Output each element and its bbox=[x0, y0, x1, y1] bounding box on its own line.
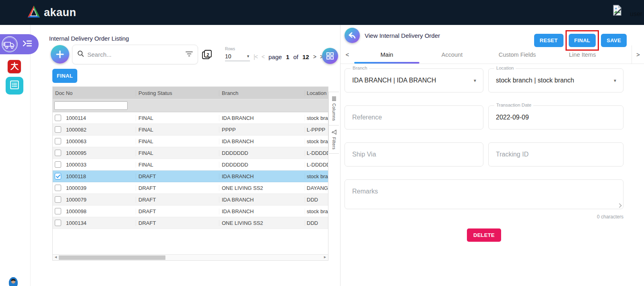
transaction-date-input[interactable] bbox=[489, 106, 623, 129]
table-row[interactable]: 1000098 DRAFT IDA BRANCH stock branch bbox=[53, 206, 328, 217]
sidebar-item-bigledger-app[interactable] bbox=[8, 60, 21, 73]
table-row[interactable]: 1000095 FINAL DDDDDDD L-DDDDDDD bbox=[53, 147, 328, 159]
table-row-selected[interactable]: 1000118 DRAFT IDA BRANCH stock branch bbox=[53, 171, 328, 182]
branch-select[interactable]: Branch IDA BRANCH | IDA BRANCH ▼ bbox=[345, 68, 483, 93]
prev-page-button[interactable]: < bbox=[262, 53, 264, 60]
tab-main[interactable]: Main bbox=[354, 45, 419, 64]
tab-line-items[interactable]: Line Items bbox=[550, 45, 615, 64]
profile-avatar[interactable] bbox=[9, 277, 18, 286]
cell-posting-status: FINAL bbox=[136, 162, 219, 168]
table-row[interactable]: 1000079 DRAFT IDA BRANCH DDD bbox=[53, 194, 328, 206]
cell-location: L-DDDDDDD bbox=[305, 162, 328, 168]
columns-label: Columns bbox=[332, 103, 336, 121]
row-checkbox[interactable] bbox=[55, 220, 61, 226]
add-button[interactable] bbox=[51, 45, 69, 64]
remarks-field-wrap bbox=[345, 179, 623, 209]
duplicate-pages-icon[interactable]: 2 bbox=[201, 49, 213, 62]
table-row[interactable]: 1000033 FINAL DDDDDDD L-DDDDDDD bbox=[53, 159, 328, 171]
collapse-menu-icon[interactable] bbox=[22, 39, 33, 49]
cell-posting-status: FINAL bbox=[136, 150, 219, 156]
table-empty-area bbox=[53, 229, 328, 254]
cell-doc-no: 1000118 bbox=[66, 173, 86, 179]
row-checkbox[interactable] bbox=[55, 126, 61, 133]
cell-location: stock branch bbox=[305, 208, 328, 214]
user-avatar-broken[interactable]: user bbox=[612, 5, 622, 17]
remarks-textarea[interactable] bbox=[345, 180, 623, 209]
delivery-order-table: Doc No Posting Status Branch Location 10… bbox=[52, 86, 328, 261]
caret-down-icon: ▼ bbox=[613, 78, 617, 83]
sidebar-item-delivery[interactable] bbox=[0, 34, 39, 54]
current-page: 1 bbox=[286, 53, 289, 60]
branch-value: IDA BRANCH | IDA BRANCH bbox=[352, 69, 436, 92]
table-row[interactable]: 1000114 FINAL IDA BRANCH stock branch bbox=[53, 112, 328, 124]
user-alt-text: user bbox=[630, 10, 642, 18]
cell-posting-status: DRAFT bbox=[136, 220, 219, 226]
akaun-logo[interactable]: akaun bbox=[27, 5, 76, 20]
columns-tool[interactable]: Columns bbox=[328, 92, 339, 126]
column-header-location[interactable]: Location bbox=[305, 90, 328, 96]
search-input[interactable] bbox=[87, 51, 186, 58]
row-checkbox[interactable] bbox=[55, 138, 61, 144]
row-checkbox[interactable] bbox=[55, 115, 61, 121]
column-header-doc-no[interactable]: Doc No bbox=[53, 90, 136, 96]
filters-tool[interactable]: Filters bbox=[328, 126, 339, 154]
cell-posting-status: DRAFT bbox=[136, 197, 219, 203]
reference-field-wrap bbox=[345, 105, 483, 130]
location-select[interactable]: Location stock branch | stock branch ▼ bbox=[488, 68, 623, 93]
cell-doc-no: 1000063 bbox=[66, 138, 87, 144]
main-tab-form: Branch IDA BRANCH | IDA BRANCH ▼ Locatio… bbox=[345, 68, 623, 242]
tracking-id-input[interactable] bbox=[489, 143, 623, 166]
table-row[interactable]: 1000063 FINAL IDA BRANCH stock branch bbox=[53, 136, 328, 147]
rows-per-page-select[interactable]: 10 ▼ bbox=[225, 51, 250, 61]
scrollbar-thumb[interactable] bbox=[59, 255, 165, 260]
horizontal-scrollbar[interactable]: ◄ ► bbox=[53, 254, 328, 260]
cell-branch: IDA BRANCH bbox=[219, 138, 305, 144]
final-filter-button[interactable]: FINAL bbox=[52, 69, 77, 83]
row-checkbox[interactable] bbox=[55, 196, 61, 203]
first-page-button[interactable]: |< bbox=[254, 53, 258, 60]
cell-doc-no: 1000095 bbox=[66, 150, 87, 156]
cell-doc-no: 1000098 bbox=[66, 208, 87, 214]
doc-no-filter-input[interactable] bbox=[54, 101, 128, 110]
filters-label: Filters bbox=[332, 137, 336, 150]
tabs-scroll-right-icon[interactable]: > bbox=[632, 45, 644, 64]
filter-list-icon[interactable] bbox=[186, 51, 193, 58]
tabs-scroll-left-icon[interactable]: < bbox=[341, 45, 354, 64]
app-root: akaun user bbox=[0, 0, 644, 286]
scroll-left-icon[interactable]: ◄ bbox=[54, 255, 58, 259]
delete-button[interactable]: DELETE bbox=[467, 228, 501, 242]
pagination: |< < page 1 of 12 > >| bbox=[254, 51, 324, 62]
cell-doc-no: 1000039 bbox=[66, 185, 87, 191]
reference-input[interactable] bbox=[345, 106, 483, 129]
detail-title: View Internal Delivery Order bbox=[365, 32, 440, 39]
back-button[interactable] bbox=[345, 28, 360, 43]
next-page-button[interactable]: > bbox=[313, 53, 316, 60]
cell-branch: DDDDDDD bbox=[219, 162, 305, 168]
tab-account[interactable]: Account bbox=[419, 45, 485, 64]
scroll-right-icon[interactable]: ► bbox=[323, 255, 327, 259]
table-header-row: Doc No Posting Status Branch Location bbox=[53, 87, 328, 99]
row-checkbox[interactable] bbox=[55, 161, 61, 168]
cell-branch: IDA BRANCH bbox=[219, 208, 305, 214]
row-checkbox[interactable] bbox=[55, 208, 61, 214]
cell-branch: IDA BRANCH bbox=[219, 197, 305, 203]
row-checkbox[interactable] bbox=[55, 185, 61, 191]
column-header-branch[interactable]: Branch bbox=[219, 90, 305, 96]
ship-via-input[interactable] bbox=[345, 143, 483, 166]
grid-view-button[interactable] bbox=[322, 48, 338, 64]
tab-custom-fields[interactable]: Custom Fields bbox=[485, 45, 550, 64]
table-row[interactable]: 1000039 DRAFT ONE LIVING SS2 DAYANGTES bbox=[53, 182, 328, 194]
table-row[interactable]: 1000134 DRAFT ONE LIVING SS2 DDD bbox=[53, 217, 328, 229]
cell-location: DDD bbox=[305, 197, 328, 203]
row-checkbox[interactable] bbox=[55, 150, 61, 156]
column-header-posting-status[interactable]: Posting Status bbox=[136, 90, 219, 96]
sidebar-item-listing-app[interactable] bbox=[6, 77, 23, 95]
table-row[interactable]: 1000082 FINAL PPPP L-PPPP bbox=[53, 124, 328, 136]
cell-posting-status: FINAL bbox=[136, 138, 219, 144]
delivery-truck-icon bbox=[0, 35, 19, 53]
total-pages: 12 bbox=[302, 53, 309, 60]
page-title: Internal Delivery Order Listing bbox=[49, 35, 129, 42]
row-checkbox-checked[interactable] bbox=[55, 173, 61, 179]
cell-posting-status: DRAFT bbox=[136, 185, 219, 191]
back-arrow-icon bbox=[348, 32, 356, 39]
